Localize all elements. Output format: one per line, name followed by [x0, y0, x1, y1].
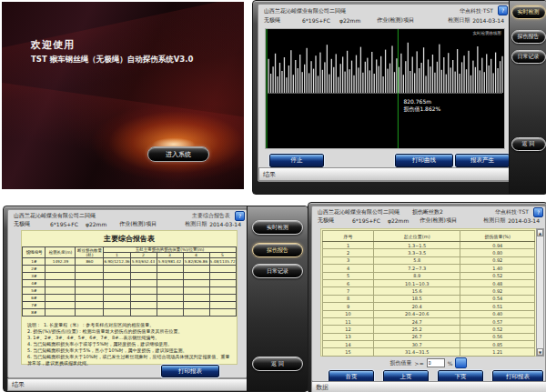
detail-table-row[interactable]: 818.50.54 [323, 295, 535, 302]
sidebar-item-report[interactable]: 探伤报告 [252, 243, 303, 257]
filter-operator: >= [415, 360, 424, 367]
header-line1: 山西兰花沁峪煤业有限公司二回绳 损伤断丝数2 华点科技·TST [318, 208, 540, 216]
header-line2: 无极绳 6*19S+FC φ22mm 作业(检测)项目 检测日期 2014-03… [318, 216, 540, 225]
print-report-button[interactable]: 打印报表 [161, 365, 219, 377]
report-sidebar: 实时检测 探伤报告 日常记录 返 回 [247, 206, 308, 391]
report-notes: 说明： 1. 长度量程（米）：参考采样点对应区间的相应值量。2. 损伤(%)/损… [27, 322, 233, 367]
rope-diameter: φ22mm [339, 17, 360, 24]
note-line: 2. 损伤(%)/损伤点(位置)：检测出值量最大损伤点的损伤值量及其所在位置。 [27, 328, 233, 335]
header-line2: 无极绳 6*19S+FC φ22mm 作业(检测)项目 检测日期 2014-03… [264, 16, 504, 25]
detail-table-row[interactable]: 35.80.92 [323, 256, 535, 264]
date-label: 检测日期 [483, 216, 505, 225]
screenshot-composite: 欢迎使用 TST 猴车钢丝绳（无极绳）自动探伤系统V3.0 进入系统 ? 山西兰… [0, 0, 546, 392]
detail-table-row[interactable]: 23.3~3.50.80 [323, 249, 535, 256]
project-label: 作业(检测)项目 [119, 220, 157, 228]
background-streak [2, 77, 244, 182]
print-curve-button[interactable]: 打印曲线 [395, 154, 453, 167]
cursor-annotation: 820.765m 损伤值1.862% [403, 98, 440, 113]
cursor-value-text: 损伤值1.862% [403, 106, 440, 113]
back-button[interactable]: 返 回 [511, 137, 546, 151]
detail-table-row[interactable]: 58.90.52 [323, 272, 535, 279]
notes-list: 1. 长度量程（米）：参考采样点对应区间的相应值量。2. 损伤(%)/损伤点(位… [27, 322, 233, 367]
scroll-up-icon[interactable]: ▲ [537, 229, 543, 236]
detail-table-row[interactable]: 47.2~7.31.40 [323, 265, 535, 272]
header-line1: 山西兰花沁峪煤业有限公司二回绳 华点科技·TST [264, 7, 504, 15]
details-window: ? 山西兰花沁峪煤业有限公司二回绳 损伤断丝数2 华点科技·TST 无极绳 6*… [308, 202, 546, 392]
detail-table-row[interactable]: 1124.70.57 [323, 317, 535, 325]
date-label: 检测日期 [448, 16, 470, 25]
rope-spec: 6*19S+FC [302, 17, 330, 24]
note-line: 1. 长度量程（米）：参考采样点对应区间的相应值量。 [27, 322, 233, 328]
rope-spec: 6*19S+FC [352, 217, 380, 224]
rope-type: 无极绳 [318, 216, 334, 225]
report-table-row: 5# [23, 287, 236, 295]
help-icon[interactable]: ? [235, 211, 245, 221]
details-sheet: 序号 起止位置(m) 损伤值量(%) 11.3~1.50.9423.3~3.50… [320, 228, 537, 357]
rope-diameter: φ22mm [388, 217, 409, 224]
col-count: 断丝损伤数量(处) [76, 247, 104, 258]
status-bar: 结果 [7, 378, 255, 391]
report-generate-button[interactable]: 报表产生 [455, 154, 510, 167]
page-corner-title: 主要综合报告表 [192, 212, 230, 220]
col-length: 检测长度(m) [46, 247, 76, 258]
filter-unit: % [448, 360, 453, 367]
table-scrollbar[interactable]: ▲ ▼ [536, 228, 544, 357]
help-icon[interactable]: ? [498, 5, 508, 15]
realtime-sidebar: 实时检测 探伤报告 日常记录 返 回 [509, 1, 546, 194]
notes-label: 说明： [27, 322, 41, 328]
defect-signal-chart[interactable]: 实时检测曲线图 820.765m 损伤值1.862% [265, 28, 505, 149]
report-table-row: 3# [23, 273, 236, 280]
detail-table-row[interactable]: 11.3~1.50.94 [323, 242, 535, 249]
date-value: 2014-03-14 [209, 221, 241, 227]
stop-button[interactable]: 停止 [269, 154, 324, 167]
enter-system-button[interactable]: 进入系统 [147, 146, 209, 162]
report-table-row: 1#1492.398606.90/1212.365.93/652.435.93/… [23, 258, 236, 266]
back-button[interactable]: 返 回 [252, 357, 303, 371]
status-bar: 结果 [258, 167, 510, 181]
col-position: 起止位置(m) [373, 231, 460, 242]
filter-label: 损伤值量 [390, 359, 412, 367]
sidebar-item-realtime[interactable]: 实时检测 [511, 5, 546, 19]
status-bar: 数据 [311, 381, 546, 392]
help-icon[interactable]: ? [533, 207, 543, 217]
project-label: 作业(检测)项目 [377, 16, 414, 25]
rope-diameter: φ22mm [86, 221, 106, 227]
realtime-window: ? 山西兰花沁峪煤业有限公司二回绳 华点科技·TST 无极绳 6*19S+FC … [252, 0, 546, 195]
page-corner-title: 华点科技·TST [460, 7, 493, 15]
company-name: 山西兰花沁峪煤业有限公司二回绳 [14, 212, 96, 220]
header-line1: 山西兰花沁峪煤业有限公司二回绳 主要综合报告表 [14, 212, 241, 220]
sidebar-item-records[interactable]: 日常记录 [511, 50, 546, 64]
filter-apply-button[interactable] [455, 357, 467, 368]
sidebar-item-report[interactable]: 探伤报告 [511, 30, 546, 44]
sidebar-item-records[interactable]: 日常记录 [252, 264, 303, 278]
date-label: 检测日期 [185, 220, 207, 228]
filter-threshold-input[interactable] [427, 358, 445, 367]
status-text: 结果 [12, 380, 25, 389]
report-table-row: 2# [23, 266, 236, 273]
report-table-row: 8# [23, 309, 236, 317]
details-main-panel: ? 山西兰花沁峪煤业有限公司二回绳 损伤断丝数2 华点科技·TST 无极绳 6*… [311, 206, 546, 382]
note-line: 4. 当已知截面积损失率小于或等于5%时，属轻度损伤，建议继续使用。 [27, 341, 233, 347]
detail-table-row[interactable]: 715.60.92 [323, 287, 535, 295]
detail-table-row[interactable]: 1020.4~20.60.40 [323, 310, 535, 317]
detail-table-row[interactable]: 1225.20.52 [323, 326, 535, 333]
cursor-position-text: 820.765m [403, 98, 440, 106]
app-title: TST 猴车钢丝绳（无极绳）自动探伤系统V3.0 [31, 55, 193, 65]
detail-table-row[interactable]: 1430.70.85 [323, 341, 535, 348]
detail-table-row[interactable]: 610.1~10.30.48 [323, 279, 535, 286]
damage-filter-row: 损伤值量 >= % [312, 357, 545, 368]
detail-table-row[interactable]: 920.40.51 [323, 303, 535, 310]
detail-table-row[interactable]: 1326.70.56 [323, 333, 535, 340]
chart-caption: 实时检测曲线图 [473, 31, 502, 35]
note-line: 3. 1#、2#、3#、4#、5#、6#、7#、8#…表示钢丝绳编号。 [27, 335, 233, 341]
spike-chart-svg [266, 29, 504, 148]
summary-report-table: 钢绳编号 检测长度(m) 断丝损伤数量(处) 五处主要损伤的损伤值量(%)/位置… [22, 246, 236, 317]
sidebar-item-realtime[interactable]: 实时检测 [252, 220, 303, 235]
realtime-main-panel: ? 山西兰花沁峪煤业有限公司二回绳 华点科技·TST 无极绳 6*19S+FC … [258, 4, 511, 182]
detail-table-row[interactable]: 1531.4~31.51.21 [323, 348, 535, 356]
scroll-down-icon[interactable]: ▼ [537, 348, 543, 356]
note-line: 5. 当已知截面积损失率大于5%，且小于10%时，属中度损伤，建议加强监测。 [27, 347, 233, 354]
status-text: 数据 [316, 383, 329, 392]
col-rope-id: 钢绳编号 [23, 247, 46, 258]
header-mid-text: 损伤断丝数2 [412, 208, 443, 216]
